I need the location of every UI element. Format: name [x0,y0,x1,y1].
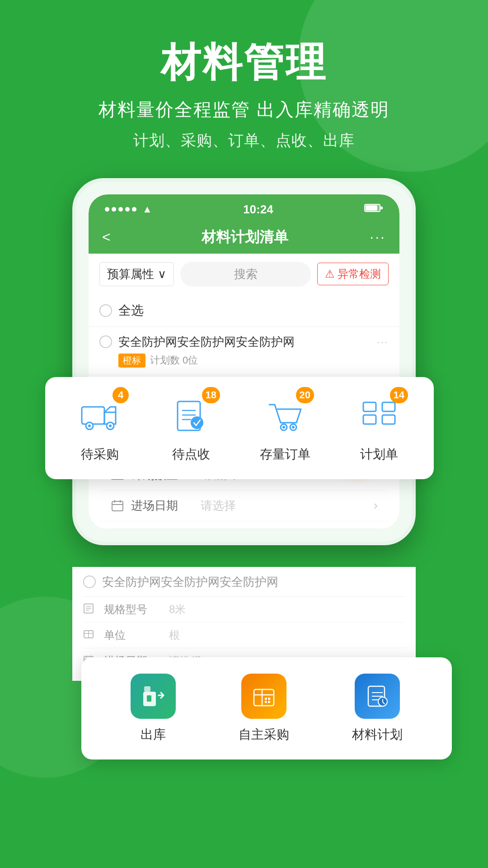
svg-rect-49 [144,686,150,692]
signal-dots: ▲ [105,203,152,215]
phone-mockup: ▲ 10:24 < 材料计划清单 ··· [72,178,416,545]
list-item-1: 安全防护网安全防护网安全防护网 ··· 橙标 计划数 0位 [89,327,399,375]
battery-icon [364,203,383,216]
pending-purchase-label: 待采购 [81,446,119,463]
action-card-bottom: 出库 自主采购 [81,657,452,760]
bottom-spec-value: 8米 [169,602,186,617]
svg-rect-51 [254,689,274,706]
phone-mockup-container: ▲ 10:24 < 材料计划清单 ··· [72,178,416,545]
anomaly-detect-button[interactable]: ⚠ 异常检测 [317,263,389,285]
outbound-label: 出库 [141,726,166,743]
bottom-spec-icon [83,603,98,616]
item-1-more-button[interactable]: ··· [377,335,389,348]
date-icon [110,498,125,513]
search-bar: 预算属性 ∨ 搜索 ⚠ 异常检测 [89,254,399,295]
plan-list-label: 计划单 [360,446,398,463]
plan-list-badge: 14 [390,387,408,403]
bottom-unit-label: 单位 [104,628,163,642]
phone-status-bar: ▲ 10:24 [89,194,399,221]
entry-date-row[interactable]: 进场日期 请选择 › [99,491,389,521]
stock-order-label: 存量订单 [260,446,310,463]
filter-label: 预算属性 [107,266,154,282]
signal-dot-2 [112,207,116,212]
entry-date-label: 进场日期 [131,498,194,514]
outbound-icon [131,674,176,719]
material-plan-icon [355,674,400,719]
item-1-radio[interactable] [99,335,112,348]
header-section: 材料管理 材料量价全程监管 出入库精确透明 计划、采购、订单、点收、出库 [0,0,488,151]
page-title: 材料管理 [0,41,488,85]
search-input[interactable]: 搜索 [180,262,311,287]
pending-check-label: 待点收 [172,446,210,463]
svg-rect-2 [380,207,383,209]
material-plan-label: 材料计划 [352,726,403,743]
cart-icon [265,398,305,434]
entry-date-chevron-icon: › [374,498,378,513]
bottom-unit-icon [83,629,98,642]
signal-dot-1 [105,207,109,212]
nav-more-button[interactable]: ··· [370,229,386,245]
search-placeholder: 搜索 [234,267,258,281]
plan-list-icon-wrap: 14 [357,393,402,439]
action-item-plan-list[interactable]: 14 计划单 [357,393,402,463]
bottom-item-radio[interactable] [83,576,96,588]
pending-purchase-badge: 4 [113,387,129,403]
nav-title: 材料计划清单 [120,227,370,247]
item-1-sub: 橙标 计划数 0位 [99,354,389,368]
entry-date-select[interactable]: 请选择 [201,498,367,514]
item-1-tag: 橙标 [118,354,145,368]
pending-check-icon-wrap: 18 [169,393,214,439]
truck-icon [80,398,120,434]
svg-point-32 [292,426,295,429]
action-card-top: 4 待采购 18 [45,377,434,479]
pending-check-badge: 18 [202,387,220,403]
signal-dot-4 [125,207,130,212]
svg-point-23 [109,425,112,427]
warning-icon: ⚠ [325,268,335,280]
self-purchase-label: 自主采购 [239,726,289,743]
bottom-unit-value: 根 [169,628,180,642]
select-all-row[interactable]: 全选 [89,295,399,327]
svg-rect-50 [147,695,151,702]
svg-rect-12 [112,501,123,511]
signal-dot-5 [132,207,136,212]
select-all-label: 全选 [118,302,144,319]
bottom-item-text: 安全防护网安全防护网安全防护网 [102,574,405,590]
wifi-icon: ▲ [142,203,152,215]
stock-order-badge: 20 [296,387,314,403]
svg-rect-1 [366,205,377,211]
item-1-title: 安全防护网安全防护网安全防护网 [118,334,371,350]
document-check-icon [171,398,211,434]
action-item-material-plan[interactable]: 材料计划 [352,674,403,743]
select-all-radio[interactable] [99,304,112,317]
page-subtitle: 材料量价全程监管 出入库精确透明 [0,97,488,122]
svg-rect-35 [363,415,376,424]
grid-list-icon [359,398,399,434]
bottom-spec-label: 规格型号 [104,602,163,617]
page-tags: 计划、采购、订单、点收、出库 [0,130,488,151]
svg-point-28 [191,416,203,429]
action-item-pending-check[interactable]: 18 待点收 [169,393,214,463]
item-1-sub-text: 计划数 0位 [150,354,198,368]
filter-dropdown[interactable]: 预算属性 ∨ [99,262,174,286]
action-item-self-purchase[interactable]: 自主采购 [239,674,289,743]
list-item-1-header: 安全防护网安全防护网安全防护网 ··· [99,334,389,350]
action-item-outbound[interactable]: 出库 [131,674,176,743]
svg-rect-34 [382,402,395,411]
stock-order-icon-wrap: 20 [263,393,308,439]
svg-rect-19 [82,407,104,424]
filter-chevron-icon: ∨ [158,267,166,281]
signal-dot-3 [118,207,123,212]
status-time: 10:24 [243,203,273,217]
anomaly-label: 异常检测 [338,267,381,281]
svg-rect-36 [382,415,395,424]
self-purchase-icon [241,674,286,719]
action-item-stock-order[interactable]: 20 存量订单 [260,393,310,463]
pending-purchase-icon-wrap: 4 [77,393,122,439]
svg-point-31 [282,426,285,429]
svg-point-22 [88,425,91,427]
nav-back-button[interactable]: < [102,229,111,245]
svg-rect-33 [363,402,376,411]
phone-nav-bar: < 材料计划清单 ··· [89,221,399,254]
action-item-pending-purchase[interactable]: 4 待采购 [77,393,122,463]
